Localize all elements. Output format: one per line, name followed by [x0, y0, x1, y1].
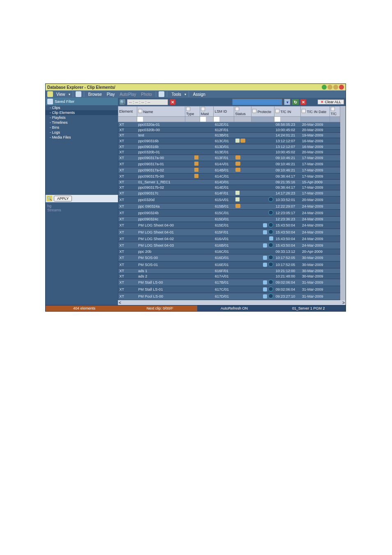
tree-timelines[interactable]: - Timelines — [46, 120, 118, 125]
table-row[interactable]: XTPM Stall LS-00617B/01 09:02:06:0431-Ma… — [118, 279, 340, 286]
table-row[interactable]: XTPM Pool LS-00617D/01 09:23:27:1031-Mar… — [118, 293, 340, 300]
col-tc-in-date[interactable]: T/C IN Date — [301, 106, 330, 117]
cell-status — [234, 261, 251, 268]
lock-icon — [201, 107, 205, 111]
table-row[interactable]: XTPM LOG Sheet 04-03616B/01 15:43:50:042… — [118, 242, 340, 249]
cell-status — [234, 167, 251, 173]
refresh-icon[interactable] — [322, 85, 327, 90]
cell-tcin: 09:10:46:21 — [274, 161, 301, 167]
filter-name-input[interactable] — [137, 117, 143, 122]
table-row[interactable]: XTppc090317b-00614C/01 09:38:44:1717-Mar… — [118, 173, 340, 180]
table-row[interactable]: XTppc090317a-00613F/01 09:10:46:2117-Mar… — [118, 155, 340, 161]
cell-mast — [200, 204, 214, 210]
cell-protected — [251, 274, 274, 279]
tree-media-files[interactable]: - Media Files — [46, 135, 118, 140]
table-row[interactable]: XTppc090317a-02614B/01 09:10:46:2117-Mar… — [118, 167, 340, 173]
table-row[interactable]: XTppc0320b-00612F/01 10:00:45:0220-Mar-2… — [118, 127, 340, 133]
cell-protected — [251, 217, 274, 222]
autoplay-tab[interactable]: AutoPlay — [118, 92, 138, 97]
browse-tab[interactable]: Browse — [87, 92, 104, 97]
cell-lsm: 614F/01 — [214, 190, 234, 197]
scroll-left-icon[interactable]: < — [119, 301, 121, 305]
vertical-scrollbar[interactable] — [340, 106, 346, 300]
cell-name: ads 1 — [137, 268, 185, 274]
table-row[interactable]: XTppc0320b-01613E/01 10:00:45:0220-Mar-2… — [118, 150, 340, 155]
filter-tcin-input[interactable] — [274, 117, 280, 122]
table-row[interactable]: XTPM Stall LS-01617C/01 09:02:06:0431-Ma… — [118, 286, 340, 293]
view-menu[interactable]: View — [55, 92, 67, 97]
table-row[interactable]: XTads 1616F/01 10:21:12:0030-Mar-2009 — [118, 268, 340, 274]
photo-tab[interactable]: Photo — [139, 92, 153, 97]
table-row[interactable]: XTPM LOG Sheet 04-00615E/01 15:43:50:042… — [118, 222, 340, 229]
dropdown-arrow-icon[interactable]: ▾ — [284, 99, 291, 105]
go-button[interactable]: ↻ — [292, 99, 299, 105]
table-row[interactable]: XTtest613B/01 14:24:01:2119-Mar-2009 — [118, 133, 340, 138]
col-status[interactable]: Status — [234, 106, 251, 117]
col-tc[interactable]: T/C — [330, 106, 340, 117]
cell-date: 17-Mar-2009 — [301, 161, 330, 167]
table-row[interactable]: XTppc090317b-02614E/01 09:38:44:1717-Mar… — [118, 185, 340, 190]
table-row[interactable]: XTppc090324b615C/01 12:23:05:1724-Mar-20… — [118, 210, 340, 217]
tools-menu[interactable]: Tools — [170, 92, 182, 97]
table-row[interactable]: XTads 2617A/01 10:21:48:0030-Mar-2009 — [118, 274, 340, 279]
table-row[interactable]: XTppc 090324a615B/01 12:22:29:0724-Mar-2… — [118, 204, 340, 210]
scroll-right-icon[interactable]: > — [342, 301, 345, 305]
tools-icon[interactable] — [159, 91, 164, 97]
maximize-icon[interactable] — [333, 85, 338, 90]
col-tc-in[interactable]: T/C IN — [274, 106, 301, 117]
filter-mast-input[interactable] — [200, 117, 206, 122]
filter-lsm-input[interactable] — [214, 117, 219, 122]
play-tab[interactable]: Play — [105, 92, 116, 97]
cell-protected — [251, 127, 274, 133]
table-row[interactable]: XTPM LOG Sheet 04-01615F/01 15:43:50:042… — [118, 229, 340, 236]
table-row[interactable]: XTppc090316b613D/01 13:12:12:0716-Mar-20… — [118, 144, 340, 150]
cell-name: PM LOG Sheet 04-02 — [137, 236, 185, 242]
minimize-icon[interactable] — [327, 85, 332, 90]
table-row[interactable]: XTppc090317c614F/01 14:17:26:2317-Mar-20… — [118, 190, 340, 197]
table-row[interactable]: XTPM LOG Sheet 04-02616A/01 15:43:50:042… — [118, 236, 340, 242]
col-element[interactable]: Element — [118, 106, 137, 117]
table-row[interactable]: XTppc 20b616C/01 09:33:13:1220-Apr-2009 — [118, 249, 340, 254]
col-name[interactable]: Name — [137, 106, 185, 117]
clear-all-button[interactable]: ✕Clear ALL — [318, 99, 344, 104]
lock-icon — [138, 109, 142, 113]
cell-element: XT — [118, 249, 137, 254]
table-row[interactable]: XTppc0320a-01612E/01 08:58:05:2320-Mar-2… — [118, 122, 340, 127]
clear-search-button[interactable]: ✕ — [170, 99, 175, 105]
search-icon[interactable]: 🔍 — [46, 196, 52, 201]
table-row[interactable]: XTppc090317a-01614A/01 09:10:46:2117-Mar… — [118, 161, 340, 167]
col-mast[interactable]: Mast — [200, 106, 214, 117]
table-row[interactable]: XTppc090324c615D/01 12:23:36:2324-Mar-20… — [118, 217, 340, 222]
tree-bins[interactable]: - Bins — [46, 125, 118, 130]
tree-playlists[interactable]: - Playlists — [46, 115, 118, 120]
col-protected[interactable]: Protecte — [251, 106, 274, 117]
table-row[interactable]: XTPM SOS-00616D/01 10:17:52:0530-Mar-200… — [118, 254, 340, 261]
col-type[interactable]: Type — [185, 106, 200, 117]
horizontal-scrollbar[interactable]: < > — [118, 300, 346, 305]
tree-clips[interactable]: - Clips — [46, 105, 118, 110]
cell-mast — [200, 293, 214, 300]
tree-logs[interactable]: - Logs — [46, 130, 118, 135]
refresh-icon[interactable] — [76, 91, 81, 97]
home-icon[interactable] — [47, 91, 53, 97]
cell-name: PM SOS-01 — [137, 261, 185, 268]
table-row[interactable]: XTppc0320d615A/01 10:33:52:0120-Mar-2009 — [118, 197, 340, 204]
assign-menu[interactable]: Assign — [191, 92, 207, 97]
col-lsm-id[interactable]: LSM ID — [214, 106, 234, 117]
close-icon[interactable] — [339, 85, 344, 90]
cell-type — [185, 222, 200, 229]
apply-button[interactable]: APPLY — [54, 196, 72, 201]
cell-type — [185, 150, 200, 155]
tree-clip-elements[interactable]: - Clip Elements — [46, 110, 118, 115]
cell-status — [234, 161, 251, 167]
cell-name: ppc090316b — [137, 138, 185, 144]
table-row[interactable]: XTPM SOS-01616E/01 10:17:52:0530-Mar-200… — [118, 261, 340, 268]
search-icon[interactable]: 🔍 — [120, 99, 125, 105]
filter-dropdown[interactable] — [232, 99, 282, 105]
clear-filter-button[interactable]: ✕ — [300, 99, 306, 105]
table-row[interactable]: XTppc090316b613C/01 13:12:12:0716-Mar-20… — [118, 138, 340, 144]
saved-filter-header[interactable]: Saved Filter — [46, 98, 118, 105]
cell-tcin: 10:21:12:00 — [274, 268, 301, 274]
table-row[interactable]: XT01_Server 1_REC1614D/01 09:21:35:1615-… — [118, 180, 340, 185]
timecode-search-input[interactable] — [127, 99, 168, 105]
